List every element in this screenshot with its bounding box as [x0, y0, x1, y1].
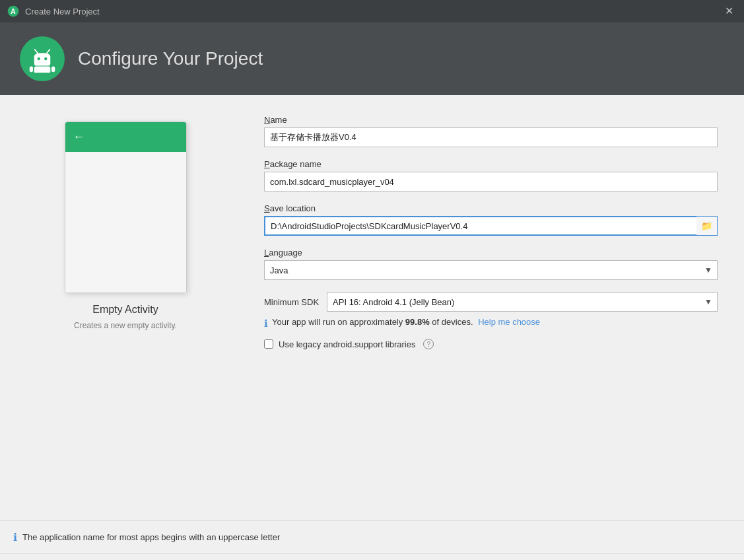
legacy-help-icon[interactable]: ?: [423, 339, 434, 349]
back-arrow-icon: ←: [73, 130, 85, 144]
help-me-choose-link[interactable]: Help me choose: [478, 317, 540, 327]
svg-point-4: [38, 57, 40, 60]
name-group: Name: [264, 115, 718, 147]
language-select-wrapper: Java Kotlin ▼: [264, 260, 718, 280]
header-title: Configure Your Project: [78, 48, 263, 69]
title-bar-left: A Create New Project: [7, 5, 100, 18]
activity-desc: Creates a new empty activity.: [74, 321, 177, 330]
legacy-support-row: Use legacy android.support libraries ?: [264, 339, 718, 349]
warning-bar: ℹ The application name for most apps beg…: [0, 520, 744, 553]
package-name-label: Package name: [264, 159, 718, 169]
language-label: Language: [264, 248, 718, 258]
info-icon: ℹ: [264, 318, 268, 330]
android-icon: [28, 45, 56, 73]
svg-line-2: [35, 50, 38, 53]
package-name-group: Package name: [264, 159, 718, 192]
phone-header: ←: [65, 122, 186, 152]
activity-name: Empty Activity: [92, 304, 158, 316]
sdk-info-row: ℹ Your app will run on approximately 99.…: [264, 317, 718, 330]
right-panel: Name Package name Save location 📁: [251, 108, 744, 520]
save-location-label: Save location: [264, 203, 718, 213]
minimum-sdk-row: Minimum SDK API 16: Android 4.1 (Jelly B…: [264, 292, 718, 312]
language-group: Language Java Kotlin ▼: [264, 248, 718, 280]
warning-info-icon: ℹ: [13, 531, 17, 543]
folder-icon: 📁: [701, 221, 712, 231]
window-title: Create New Project: [25, 7, 100, 17]
header: Configure Your Project: [0, 22, 744, 95]
svg-line-3: [47, 50, 50, 53]
close-button[interactable]: ✕: [721, 5, 737, 18]
left-panel: ← Empty Activity Creates a new empty act…: [0, 108, 251, 520]
android-studio-icon: A: [7, 5, 20, 18]
minimum-sdk-select-wrapper: API 16: Android 4.1 (Jelly Bean) API 17:…: [327, 292, 718, 312]
phone-preview: ←: [65, 122, 187, 293]
package-name-input[interactable]: [264, 172, 718, 192]
browse-folder-button[interactable]: 📁: [696, 216, 718, 236]
svg-text:A: A: [11, 7, 16, 15]
phone-body: [65, 152, 186, 293]
name-label: Name: [264, 115, 718, 125]
legacy-support-label: Use legacy android.support libraries: [279, 339, 415, 349]
legacy-support-checkbox[interactable]: [264, 339, 273, 349]
language-select[interactable]: Java Kotlin: [264, 260, 718, 280]
save-location-input[interactable]: [264, 216, 696, 236]
minimum-sdk-select[interactable]: API 16: Android 4.1 (Jelly Bean) API 17:…: [327, 292, 718, 312]
save-location-group: Save location 📁: [264, 203, 718, 236]
save-location-row: 📁: [264, 216, 718, 236]
svg-rect-7: [30, 66, 33, 72]
title-bar: A Create New Project ✕: [0, 0, 744, 22]
android-icon-circle: [20, 36, 65, 81]
minimum-sdk-label: Minimum SDK: [264, 297, 319, 307]
footer: Previous Next Cancel Finish: [0, 553, 744, 560]
warning-text: The application name for most apps begin…: [22, 532, 280, 542]
svg-rect-6: [34, 66, 51, 73]
svg-rect-8: [51, 66, 55, 72]
main-content: ← Empty Activity Creates a new empty act…: [0, 95, 744, 520]
name-input[interactable]: [264, 127, 718, 147]
sdk-info-text: Your app will run on approximately 99.8%…: [272, 317, 540, 327]
svg-point-5: [44, 57, 47, 60]
